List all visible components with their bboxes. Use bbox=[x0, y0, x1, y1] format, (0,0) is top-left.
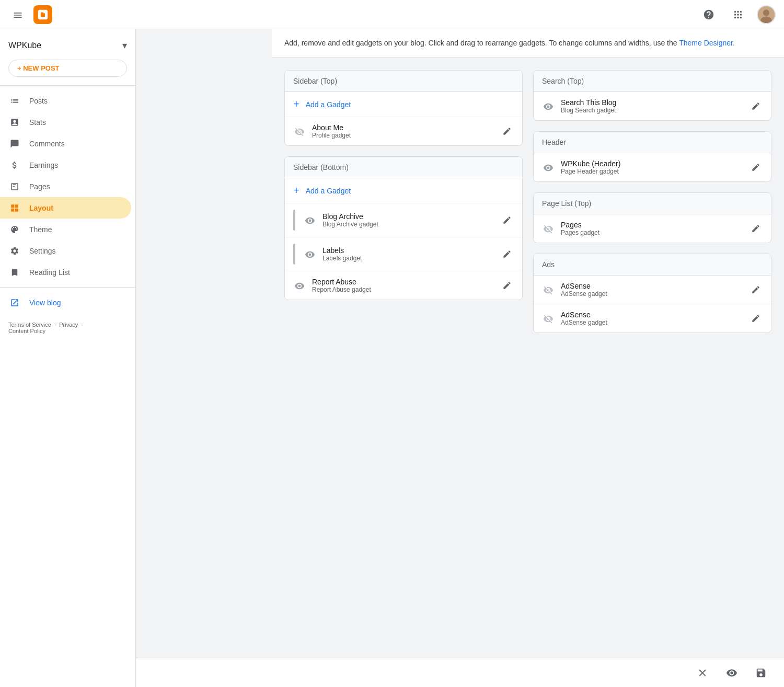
topbar-right bbox=[698, 4, 776, 25]
add-gadget-top[interactable]: + Add a Gadget bbox=[285, 92, 522, 117]
sidebar-item-label-layout: Layout bbox=[29, 204, 53, 212]
gadget-info-adsense-2: AdSense AdSense gadget bbox=[561, 311, 743, 326]
divider-1 bbox=[0, 85, 135, 86]
edit-icon-header[interactable] bbox=[749, 161, 763, 175]
gadget-info-search: Search This Blog Blog Search gadget bbox=[561, 98, 743, 114]
gadget-info-header: WPKube (Header) Page Header gadget bbox=[561, 159, 743, 175]
terms-link[interactable]: Terms of Service bbox=[8, 322, 51, 328]
sidebar-item-label-comments: Comments bbox=[29, 140, 65, 148]
layout-grid: Sidebar (Top) + Add a Gadget bbox=[284, 70, 771, 333]
svg-point-2 bbox=[760, 16, 771, 24]
gadget-type-pages: Pages gadget bbox=[561, 229, 743, 236]
sidebar-item-comments[interactable]: Comments bbox=[0, 133, 131, 154]
sidebar-item-stats[interactable]: Stats bbox=[0, 111, 131, 133]
edit-icon-report-abuse[interactable] bbox=[500, 279, 514, 293]
view-blog-icon bbox=[8, 297, 21, 308]
gadget-name-labels: Labels bbox=[322, 246, 494, 255]
hamburger-icon[interactable] bbox=[8, 4, 27, 25]
gadget-type-adsense-2: AdSense gadget bbox=[561, 319, 743, 326]
avatar[interactable] bbox=[757, 5, 776, 24]
blog-selector[interactable]: WPKube ▾ bbox=[0, 36, 135, 60]
preview-button[interactable] bbox=[721, 662, 742, 683]
discard-button[interactable] bbox=[692, 662, 713, 683]
section-search-top: Search (Top) Search This Blog Blog Searc… bbox=[533, 70, 771, 121]
gadget-info-about-me: About Me Profile gadget bbox=[312, 123, 494, 139]
sidebar-item-layout[interactable]: Layout bbox=[0, 197, 131, 219]
add-icon-top: + bbox=[293, 98, 299, 110]
save-button[interactable] bbox=[751, 662, 771, 683]
gadget-type-search: Blog Search gadget bbox=[561, 107, 743, 114]
pages-icon bbox=[8, 181, 21, 192]
apps-icon[interactable] bbox=[728, 4, 748, 25]
section-title-header: Header bbox=[534, 132, 771, 153]
blogger-logo bbox=[33, 5, 52, 24]
section-ads: Ads AdSense AdSense gadget bbox=[533, 254, 771, 333]
reading-list-icon bbox=[8, 267, 21, 278]
help-icon[interactable] bbox=[698, 4, 719, 25]
theme-icon bbox=[8, 224, 21, 235]
sidebar-item-pages[interactable]: Pages bbox=[0, 176, 131, 197]
sidebar-item-view-blog[interactable]: View blog bbox=[0, 292, 131, 313]
topbar-left bbox=[8, 4, 698, 25]
sidebar-item-label-posts: Posts bbox=[29, 97, 48, 105]
edit-icon-labels[interactable] bbox=[500, 247, 514, 261]
settings-icon bbox=[8, 245, 21, 256]
drag-handle-blog-archive[interactable] bbox=[293, 210, 295, 231]
privacy-link[interactable]: Privacy bbox=[59, 322, 78, 328]
visibility-icon-adsense-1[interactable] bbox=[542, 284, 555, 295]
drag-handle-labels[interactable] bbox=[293, 244, 295, 265]
sidebar-item-posts[interactable]: Posts bbox=[0, 90, 131, 111]
gadget-name-report-abuse: Report Abuse bbox=[312, 278, 494, 286]
info-banner-text: Add, remove and edit gadgets on your blo… bbox=[284, 39, 677, 47]
visibility-icon-adsense-2[interactable] bbox=[542, 313, 555, 324]
sidebar: WPKube ▾ + NEW POST Posts Stats Comments bbox=[0, 29, 136, 687]
gadget-info-adsense-1: AdSense AdSense gadget bbox=[561, 282, 743, 297]
gadget-type-labels: Labels gadget bbox=[322, 255, 494, 262]
section-title-ads: Ads bbox=[534, 254, 771, 276]
blog-name: WPKube bbox=[8, 41, 41, 50]
sidebar-item-label-view-blog: View blog bbox=[29, 299, 61, 307]
add-gadget-top-label: Add a Gadget bbox=[306, 100, 351, 109]
add-gadget-bottom[interactable]: + Add a Gadget bbox=[285, 178, 522, 203]
svg-point-1 bbox=[763, 9, 769, 16]
bottom-toolbar bbox=[136, 658, 784, 687]
sidebar-item-theme[interactable]: Theme bbox=[0, 219, 131, 240]
theme-designer-link[interactable]: Theme Designer. bbox=[679, 39, 735, 47]
sidebar-item-earnings[interactable]: Earnings bbox=[0, 154, 131, 176]
visibility-icon-labels[interactable] bbox=[304, 248, 316, 259]
gadget-info-report-abuse: Report Abuse Report Abuse gadget bbox=[312, 278, 494, 293]
gadget-about-me: About Me Profile gadget bbox=[285, 117, 522, 145]
stats-icon bbox=[8, 117, 21, 128]
visibility-icon-search[interactable] bbox=[542, 100, 555, 111]
edit-icon-adsense-2[interactable] bbox=[749, 312, 763, 326]
edit-icon-adsense-1[interactable] bbox=[749, 283, 763, 297]
edit-icon-search[interactable] bbox=[749, 99, 763, 113]
gadget-blog-archive: Blog Archive Blog Archive gadget bbox=[285, 203, 522, 237]
edit-icon-about-me[interactable] bbox=[500, 124, 514, 139]
visibility-icon-blog-archive[interactable] bbox=[304, 214, 316, 225]
edit-icon-blog-archive[interactable] bbox=[500, 213, 514, 227]
visibility-icon-pages[interactable] bbox=[542, 223, 555, 234]
visibility-icon-report-abuse[interactable] bbox=[293, 280, 306, 291]
sidebar-item-settings[interactable]: Settings bbox=[0, 240, 131, 261]
topbar bbox=[0, 0, 784, 29]
section-sidebar-top: Sidebar (Top) + Add a Gadget bbox=[284, 70, 523, 146]
new-post-button[interactable]: + NEW POST bbox=[8, 60, 127, 77]
divider-2 bbox=[0, 287, 135, 288]
sidebar-item-label-settings: Settings bbox=[29, 247, 56, 255]
gadget-name-adsense-2: AdSense bbox=[561, 311, 743, 319]
new-post-label: + NEW POST bbox=[17, 64, 60, 72]
edit-icon-pages[interactable] bbox=[749, 222, 763, 236]
gadget-labels: Labels Labels gadget bbox=[285, 237, 522, 271]
sidebar-item-reading-list[interactable]: Reading List bbox=[0, 261, 131, 283]
visibility-icon-header[interactable] bbox=[542, 162, 555, 173]
gadget-wpkube-header: WPKube (Header) Page Header gadget bbox=[534, 153, 771, 181]
gadget-info-pages: Pages Pages gadget bbox=[561, 221, 743, 236]
visibility-icon-about-me[interactable] bbox=[293, 125, 306, 136]
content-policy-link[interactable]: Content Policy bbox=[8, 328, 45, 334]
gadget-name-header: WPKube (Header) bbox=[561, 159, 743, 168]
gadget-type-report-abuse: Report Abuse gadget bbox=[312, 286, 494, 293]
left-column: Sidebar (Top) + Add a Gadget bbox=[284, 70, 523, 333]
gadget-name-blog-archive: Blog Archive bbox=[322, 212, 494, 221]
section-title-search-top: Search (Top) bbox=[534, 71, 771, 92]
